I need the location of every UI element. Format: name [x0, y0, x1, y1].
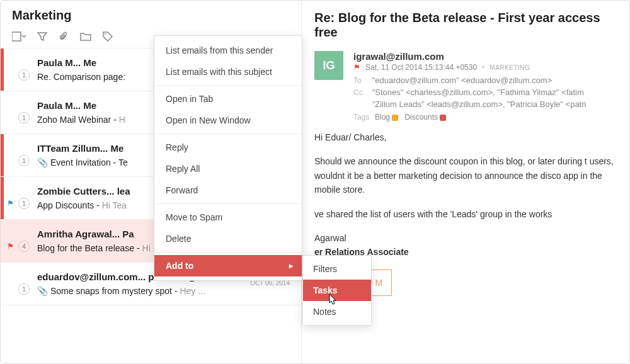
folder-icon[interactable]	[80, 31, 91, 42]
sender-email: igrawal@zillum.com	[353, 51, 617, 62]
unread-edge	[1, 48, 4, 91]
context-menu-item[interactable]: List emails with this subject	[154, 61, 302, 82]
sig-name: Agarwal	[314, 233, 346, 243]
thread-count: 4	[18, 241, 30, 252]
body-greeting: Hi Eduar/ Charles,	[314, 130, 617, 144]
context-menu-item[interactable]: Reply	[154, 137, 302, 158]
flag-icon[interactable]: ⚑	[7, 199, 14, 208]
thread-count: 1	[18, 69, 30, 81]
context-menu-item[interactable]: Move to Spam	[154, 207, 302, 228]
unread-edge	[1, 177, 4, 219]
svg-point-1	[105, 33, 106, 35]
mail-meta: igrawal@zillum.com ⚑ Sat, 11 Oct 2014 15…	[353, 51, 617, 122]
mail-tag[interactable]: Discounts	[404, 113, 446, 122]
cc-label: Cc	[353, 88, 370, 97]
mail-tag[interactable]: Blog	[375, 113, 398, 122]
cc-value-2: "Zillum Leads" <leads@zillum.com>, "Patr…	[372, 100, 587, 109]
attachment-icon[interactable]	[59, 31, 69, 42]
context-menu-item[interactable]: Open in Tab	[154, 88, 302, 110]
context-menu-item[interactable]: Forward	[154, 179, 302, 201]
select-all-checkbox[interactable]	[12, 31, 26, 42]
folder-badge: MARKETING	[490, 64, 530, 71]
avatar: IG	[314, 51, 343, 80]
thread-count: 1	[18, 155, 30, 166]
attachment-icon: 📎	[37, 286, 48, 296]
submenu-item[interactable]: Filters	[303, 258, 371, 280]
context-menu-item[interactable]: List emails from this sender	[154, 40, 302, 61]
to-value: "eduardov@zillum.com" <eduardov@zillum.c…	[372, 76, 553, 85]
context-submenu[interactable]: FiltersTasksNotes	[302, 255, 372, 326]
flag-icon[interactable]: ⚑	[353, 63, 360, 72]
context-menu-item[interactable]: Open in New Window	[154, 110, 302, 131]
context-menu[interactable]: List emails from this senderList emails …	[154, 35, 302, 281]
mail-header: IG igrawal@zillum.com ⚑ Sat, 11 Oct 2014…	[314, 51, 617, 122]
thread-count: 1	[18, 198, 30, 209]
mail-date: Sat, 11 Oct 2014 15:13:44 +0530	[365, 63, 477, 72]
tag-dot	[440, 115, 446, 121]
context-menu-item[interactable]: Reply All	[154, 158, 302, 179]
cc-value-1: "Stones" <charless@zillum.com>, "Fathima…	[372, 88, 584, 97]
svg-rect-0	[12, 32, 21, 41]
submenu-item[interactable]: Tasks	[303, 280, 371, 301]
body-p2: ve shared the list of users with the 'Le…	[314, 207, 617, 221]
thread-count: 1	[18, 112, 30, 123]
mail-subject: Re: Blog for the Beta release - First ye…	[314, 11, 617, 40]
context-menu-item-addto[interactable]: Add to	[154, 255, 302, 276]
unread-edge	[1, 134, 4, 176]
to-label: To	[353, 76, 370, 85]
body-p1: Should we announce the discount coupon i…	[314, 154, 617, 196]
submenu-item[interactable]: Notes	[303, 301, 371, 322]
tag-dot	[392, 115, 398, 121]
tag-icon[interactable]	[103, 31, 113, 42]
tags-label: Tags	[353, 113, 370, 122]
thread-count: 1	[18, 283, 30, 295]
folder-title: Marketing	[1, 1, 301, 28]
context-menu-item[interactable]: Delete	[154, 228, 302, 249]
filter-icon[interactable]	[37, 31, 47, 42]
attachment-icon: 📎	[37, 157, 48, 168]
flag-icon[interactable]: ⚑	[7, 242, 14, 251]
